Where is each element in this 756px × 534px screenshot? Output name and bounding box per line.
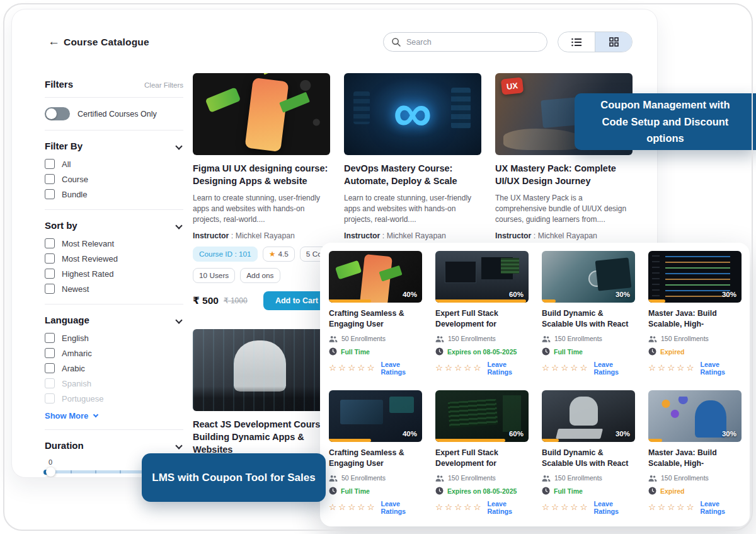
enrollments-text: 150 Enrollments <box>661 335 709 342</box>
availability-status: Expires on 08-05-2025 <box>435 347 529 356</box>
checkbox-label: Most Relevant <box>62 239 114 248</box>
chevron-down-icon[interactable] <box>175 442 182 449</box>
filter-by-title: Filter By <box>45 141 83 151</box>
status-text: Full Time <box>554 487 583 495</box>
back-arrow-icon[interactable]: ← <box>48 35 60 49</box>
discount-badge: 60% <box>509 430 524 438</box>
chevron-down-icon[interactable] <box>175 316 182 323</box>
users-badge: 10 Users <box>193 268 235 283</box>
checkbox[interactable] <box>45 253 55 264</box>
rating-stars[interactable]: ☆☆☆☆☆ <box>648 503 696 512</box>
checkbox[interactable] <box>45 333 55 343</box>
rating-stars[interactable]: ☆☆☆☆☆ <box>542 364 590 373</box>
checkbox[interactable] <box>45 189 55 199</box>
search-input[interactable] <box>383 32 547 52</box>
course-image: 60% <box>435 251 529 303</box>
course-title: UX Mastery Pack: Complete UI/UX Design J… <box>495 162 633 188</box>
coupon-course-card[interactable]: 60% Expert Full Stack Development for Sc… <box>435 390 529 515</box>
enrollments-text: 150 Enrollments <box>554 474 602 482</box>
rating-stars[interactable]: ☆☆☆☆☆ <box>542 503 590 512</box>
filter-option[interactable]: Bundle <box>45 187 183 202</box>
leave-ratings-link[interactable]: Leave Ratings <box>381 500 422 515</box>
language-option[interactable]: Spanish <box>45 376 183 391</box>
checkbox[interactable] <box>45 378 55 388</box>
rating-stars[interactable]: ☆☆☆☆☆ <box>329 503 377 512</box>
language-option[interactable]: Arabic <box>45 361 183 376</box>
chevron-down-icon[interactable] <box>175 222 182 229</box>
leave-ratings-link[interactable]: Leave Ratings <box>594 361 635 376</box>
coupon-course-card[interactable]: 60% Expert Full Stack Development for Sc… <box>435 251 529 376</box>
coupon-management-banner: Coupon Management with Code Setup and Di… <box>575 93 756 150</box>
course-image: 30% <box>648 251 742 303</box>
coupon-course-card[interactable]: 40% Crafting Seamless & Engaging User Ex… <box>329 390 422 515</box>
filter-option[interactable]: All <box>45 156 183 171</box>
price: ₹ 500 <box>193 295 219 306</box>
leave-ratings-link[interactable]: Leave Ratings <box>701 361 742 376</box>
list-view-button[interactable] <box>558 32 595 52</box>
checkbox[interactable] <box>45 393 55 403</box>
coupon-course-card[interactable]: 40% Crafting Seamless & Engaging User Ex… <box>329 251 422 376</box>
leave-ratings-link[interactable]: Leave Ratings <box>488 500 529 515</box>
search-bar[interactable] <box>383 32 547 52</box>
leave-ratings-link[interactable]: Leave Ratings <box>701 500 742 515</box>
checkbox[interactable] <box>45 159 55 169</box>
discount-badge: 60% <box>509 291 524 298</box>
sort-option[interactable]: Newest <box>45 281 183 296</box>
course-image: 30% <box>542 251 635 303</box>
leave-ratings-link[interactable]: Leave Ratings <box>594 500 635 515</box>
enrollments-row: 50 Enrollments <box>329 474 422 482</box>
discount-badge: 30% <box>616 430 630 438</box>
enrollments-icon <box>542 335 551 342</box>
language-option[interactable]: English <box>45 330 183 345</box>
certified-courses-toggle[interactable] <box>45 107 70 120</box>
enrollments-row: 150 Enrollments <box>435 474 529 482</box>
rating-stars[interactable]: ☆☆☆☆☆ <box>435 364 483 373</box>
course-description: The UX Mastery Pack is a comprehensive b… <box>495 193 633 226</box>
coupon-course-card[interactable]: 30% Build Dynamic & Scalable UIs with Re… <box>542 251 635 376</box>
course-image <box>193 73 330 155</box>
language-option[interactable]: Portuguese <box>45 391 183 406</box>
grid-view-button[interactable] <box>595 32 632 52</box>
checkbox[interactable] <box>45 348 55 358</box>
rating-stars[interactable]: ☆☆☆☆☆ <box>329 364 377 373</box>
checkbox[interactable] <box>45 269 55 279</box>
sort-option[interactable]: Most Reviewed <box>45 251 183 266</box>
chevron-down-icon <box>93 412 98 417</box>
view-toggle <box>558 32 633 52</box>
old-price: ₹ 1000 <box>224 296 248 305</box>
checkbox[interactable] <box>45 174 55 184</box>
clock-icon <box>648 487 656 495</box>
clear-filters-button[interactable]: Clear Filters <box>144 81 183 89</box>
leave-ratings-link[interactable]: Leave Ratings <box>381 361 422 376</box>
course-title: Crafting Seamless & Engaging User Experi… <box>329 448 422 469</box>
show-more-label: Show More <box>45 411 88 421</box>
sort-option[interactable]: Most Relevant <box>45 236 183 251</box>
leave-ratings-link[interactable]: Leave Ratings <box>488 361 529 376</box>
enrollments-row: 150 Enrollments <box>542 474 635 482</box>
checkbox[interactable] <box>45 284 55 294</box>
rating-stars[interactable]: ☆☆☆☆☆ <box>435 503 483 512</box>
coupon-course-card[interactable]: 30% Build Dynamic & Scalable UIs with Re… <box>542 390 635 515</box>
enrollments-row: 150 Enrollments <box>648 335 742 342</box>
course-instructor: Instructor : Michkel Rayapan <box>193 231 330 240</box>
show-more-button[interactable]: Show More <box>45 411 183 421</box>
language-option[interactable]: Amharic <box>45 345 183 361</box>
checkbox[interactable] <box>45 238 55 248</box>
coupon-course-card[interactable]: 30% Master Java: Build Scalable, High-Pe… <box>648 251 742 376</box>
rating-stars[interactable]: ☆☆☆☆☆ <box>648 364 696 373</box>
course-card[interactable]: Figma UI UX designing course: Designing … <box>193 73 330 310</box>
course-image <box>193 329 330 411</box>
sort-by-options: Most Relevant Most Reviewed Highest Rate… <box>45 236 183 296</box>
enrollments-text: 150 Enrollments <box>448 474 496 482</box>
enrollments-row: 150 Enrollments <box>648 474 742 482</box>
course-image: 40% <box>329 251 422 303</box>
slider-handle[interactable] <box>46 467 55 477</box>
chevron-down-icon[interactable] <box>175 142 182 149</box>
coupon-course-card[interactable]: 30% Master Java: Build Scalable, High-Pe… <box>648 390 742 515</box>
checkbox[interactable] <box>45 363 55 373</box>
filter-option[interactable]: Course <box>45 171 183 187</box>
sort-option[interactable]: Highest Rated <box>45 266 183 281</box>
course-title: Expert Full Stack Development for Scalab… <box>435 308 529 330</box>
list-icon <box>571 38 582 47</box>
enrollments-text: 50 Enrollments <box>341 474 386 482</box>
